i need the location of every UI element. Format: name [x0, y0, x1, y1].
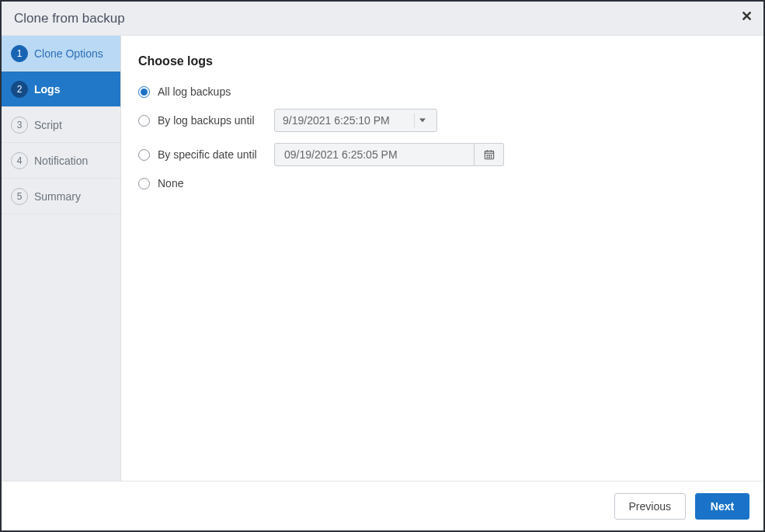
step-number: 4 [11, 152, 28, 169]
step-logs[interactable]: 2 Logs [2, 71, 120, 107]
radio-label[interactable]: None [158, 177, 266, 190]
next-button[interactable]: Next [695, 493, 749, 520]
log-backup-time-select[interactable]: 9/19/2021 6:25:10 PM [274, 109, 437, 132]
svg-rect-7 [486, 157, 488, 158]
step-number: 5 [11, 188, 28, 205]
svg-rect-6 [490, 155, 492, 156]
modal-body: 1 Clone Options 2 Logs 3 Script 4 Notifi… [2, 36, 763, 481]
chevron-down-icon [415, 119, 430, 123]
date-value: 09/19/2021 6:25:05 PM [284, 148, 398, 161]
radio-all-log-backups[interactable] [138, 86, 150, 98]
option-by-log-backups-until: By log backups until 9/19/2021 6:25:10 P… [138, 109, 746, 132]
select-value: 9/19/2021 6:25:10 PM [283, 114, 390, 127]
radio-label[interactable]: All log backups [158, 85, 266, 98]
radio-by-log-backups-until[interactable] [138, 115, 150, 127]
step-notification[interactable]: 4 Notification [2, 143, 120, 179]
step-label: Script [34, 119, 62, 131]
svg-rect-9 [490, 157, 492, 158]
wizard-sidebar: 1 Clone Options 2 Logs 3 Script 4 Notifi… [2, 36, 121, 481]
step-clone-options[interactable]: 1 Clone Options [2, 36, 120, 71]
date-input-group: 09/19/2021 6:25:05 PM [274, 143, 504, 166]
step-label: Notification [34, 155, 88, 167]
option-by-specific-date-until: By specific date until 09/19/2021 6:25:0… [138, 143, 746, 166]
step-label: Summary [34, 190, 81, 203]
svg-rect-4 [486, 155, 488, 156]
step-summary[interactable]: 5 Summary [2, 179, 120, 214]
content-heading: Choose logs [138, 54, 746, 68]
close-icon[interactable]: ✕ [741, 9, 753, 23]
option-all-log-backups: All log backups [138, 85, 746, 98]
step-label: Clone Options [34, 47, 103, 60]
modal-header: Clone from backup ✕ [2, 2, 763, 36]
svg-rect-8 [489, 157, 490, 158]
date-picker-button[interactable] [475, 143, 504, 166]
radio-by-specific-date-until[interactable] [138, 149, 150, 161]
radio-none[interactable] [138, 178, 150, 190]
clone-from-backup-modal: Clone from backup ✕ 1 Clone Options 2 Lo… [0, 0, 765, 532]
specific-date-input[interactable]: 09/19/2021 6:25:05 PM [274, 143, 475, 166]
step-number: 2 [11, 81, 28, 98]
modal-footer: Previous Next [2, 481, 763, 530]
step-number: 3 [11, 116, 28, 134]
radio-label[interactable]: By specific date until [158, 148, 266, 161]
previous-button[interactable]: Previous [614, 493, 686, 520]
step-script[interactable]: 3 Script [2, 107, 120, 143]
step-label: Logs [34, 83, 60, 96]
radio-label[interactable]: By log backups until [158, 114, 266, 127]
svg-rect-5 [489, 155, 490, 156]
content-pane: Choose logs All log backups By log backu… [121, 36, 763, 481]
step-number: 1 [11, 45, 28, 62]
calendar-icon [484, 149, 495, 160]
option-none: None [138, 177, 746, 190]
modal-title: Clone from backup [14, 11, 125, 26]
